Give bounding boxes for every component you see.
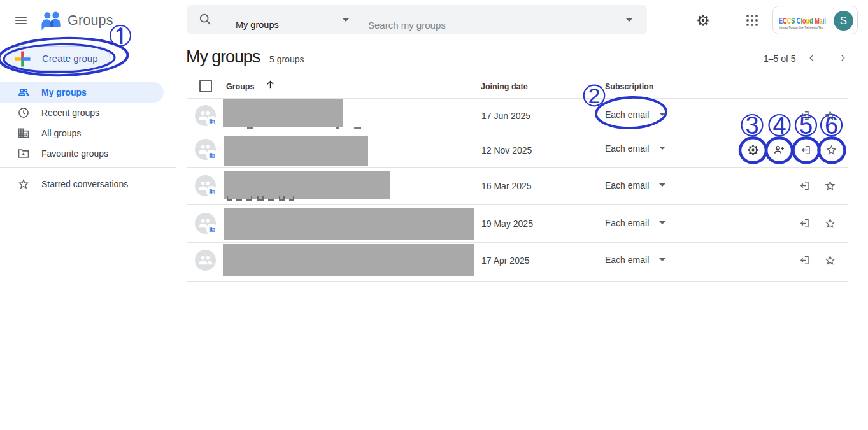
svg-text:2: 2 <box>588 83 601 108</box>
svg-text:4: 4 <box>772 112 786 139</box>
svg-text:3: 3 <box>745 112 758 139</box>
